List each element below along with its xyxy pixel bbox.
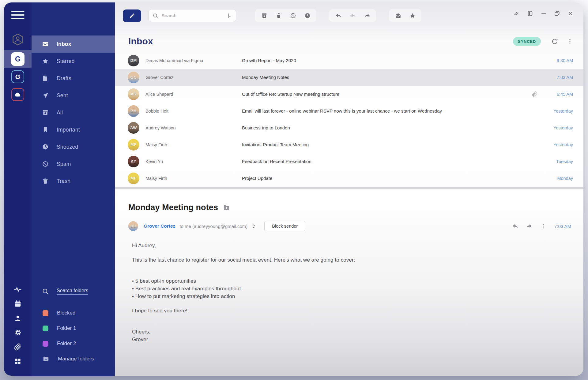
sidebar-item-snoozed[interactable]: Snoozed <box>32 138 115 155</box>
block-sender-button[interactable]: Block sender <box>264 221 305 231</box>
rail-pulse-button[interactable] <box>13 285 23 294</box>
refresh-button[interactable] <box>551 38 558 45</box>
archive-button[interactable] <box>257 10 271 21</box>
expand-details-button[interactable] <box>251 224 256 229</box>
rail-calendar-button[interactable] <box>13 299 23 308</box>
panel-button[interactable] <box>525 9 535 18</box>
email-row[interactable]: DMDimas Mohammad via FigmaGrowth Report … <box>115 52 583 69</box>
reply-button[interactable] <box>512 223 518 229</box>
menu-button[interactable] <box>11 10 24 20</box>
trash-icon <box>42 178 49 184</box>
trash-button[interactable] <box>271 10 286 21</box>
rail-paperclip-button[interactable] <box>13 342 23 352</box>
rail-user-button[interactable] <box>13 314 23 323</box>
reader-pane: Monday Meeting notes GC Grover Cortez to… <box>115 189 583 376</box>
sidebar-item-sent[interactable]: Sent <box>32 87 115 104</box>
openai-icon <box>14 329 22 337</box>
ban-button[interactable] <box>286 10 300 21</box>
sidebar-item-important[interactable]: Important <box>32 121 115 138</box>
forward-button[interactable] <box>360 10 374 21</box>
sidebar-item-label: All <box>57 110 63 116</box>
email-sender: Kevin Yu <box>145 159 242 164</box>
body-line: Cheers, <box>132 328 571 336</box>
body-line: • Best practicies and real examples thro… <box>132 285 571 292</box>
rail-grid-button[interactable] <box>13 357 23 366</box>
maximize-button[interactable] <box>552 9 562 18</box>
message-more-button[interactable] <box>540 223 546 229</box>
close-button[interactable] <box>566 9 575 18</box>
folder-plus-icon <box>223 204 230 211</box>
clock-icon <box>42 143 49 150</box>
maximize-icon <box>554 10 560 17</box>
inbox-icon <box>42 41 49 47</box>
sidebar-item-drafts[interactable]: Drafts <box>32 70 115 87</box>
reply-all-button <box>345 10 360 21</box>
manage-folders-button[interactable]: Manage folders <box>32 351 115 367</box>
account-google[interactable]: G <box>4 50 32 68</box>
folder-tag-folder-2[interactable]: Folder 2 <box>32 336 115 351</box>
body-line: Grover <box>132 336 571 343</box>
clock-button[interactable] <box>300 10 315 21</box>
move-to-folder-button[interactable] <box>223 204 230 211</box>
email-row[interactable]: AWAudrey WatsonBusiness trip to LondonYe… <box>115 119 583 136</box>
calendar-icon <box>14 300 22 308</box>
compose-button[interactable] <box>123 9 141 22</box>
email-sender: Alice Shepard <box>145 92 242 97</box>
account-google[interactable]: G <box>4 68 32 86</box>
email-row[interactable]: ASAlice ShepardOut of Office Re: Startup… <box>115 86 583 102</box>
star-icon <box>409 13 416 19</box>
list-more-button[interactable] <box>567 38 573 44</box>
search-input[interactable] <box>161 13 226 18</box>
email-sender: Maisy Firth <box>145 176 242 181</box>
folder-tag-blocked[interactable]: Blocked <box>32 305 115 321</box>
email-row[interactable]: GCGrover CortezMonday Meeting Notes7:03 … <box>115 69 583 86</box>
email-row[interactable]: MFMaisy FirthInvitation: Product Team Me… <box>115 136 583 153</box>
email-row[interactable]: MFMaisy FirthProject UpdateMonday <box>115 170 583 187</box>
body-line: Hi Audrey, <box>132 242 571 249</box>
pane-splitter[interactable] <box>115 187 583 189</box>
tag-swatch <box>43 326 48 331</box>
tag-label: Folder 2 <box>57 341 76 347</box>
avatar: AS <box>128 88 139 100</box>
reply-button[interactable] <box>331 10 345 21</box>
email-time: 6:45 AM <box>545 92 573 97</box>
attachment-icon <box>532 91 537 97</box>
search-folders-button[interactable]: Search folders <box>32 285 115 297</box>
rail-openai-button[interactable] <box>13 328 23 337</box>
sidebar-item-label: Inbox <box>57 41 71 47</box>
sidebar-item-trash[interactable]: Trash <box>32 173 115 190</box>
body-line <box>132 249 571 256</box>
email-row[interactable]: BHBobbie HoltEmail will last forever - o… <box>115 102 583 119</box>
folder-plus-icon <box>43 356 49 362</box>
mail-open-button[interactable] <box>391 10 405 21</box>
filter-sliders-icon[interactable] <box>226 13 232 19</box>
avatar: KY <box>128 156 139 167</box>
tag-label: Folder 1 <box>57 325 76 331</box>
sender-name[interactable]: Grover Cortez <box>144 223 175 229</box>
account-rail: GG <box>4 2 32 376</box>
folder-tag-folder-1[interactable]: Folder 1 <box>32 321 115 336</box>
reply-all-icon <box>350 13 356 19</box>
forward-button[interactable] <box>526 223 532 229</box>
email-subject: Business trip to London <box>242 125 532 130</box>
contacts-hex-button[interactable] <box>11 33 24 46</box>
file-icon <box>42 75 49 82</box>
email-subject: Monday Meeting Notes <box>242 75 532 80</box>
star-button[interactable] <box>405 10 420 21</box>
search-icon <box>42 288 49 295</box>
search-box <box>149 9 236 22</box>
sidebar-item-label: Sent <box>57 92 68 99</box>
account-cloud[interactable] <box>4 86 32 103</box>
sidebar-item-spam[interactable]: Spam <box>32 155 115 173</box>
sidebar-item-starred[interactable]: Starred <box>32 53 115 70</box>
minimize-button[interactable] <box>539 9 548 18</box>
hexagon-user-icon <box>11 33 24 46</box>
sidebar-item-inbox[interactable]: Inbox <box>32 35 115 53</box>
message-time: 7:03 AM <box>554 224 571 229</box>
check-double-button[interactable] <box>512 9 522 18</box>
email-subject: Growth Report - May 2020 <box>242 58 532 63</box>
sidebar-item-label: Trash <box>57 178 70 184</box>
email-row[interactable]: KYKevin YuFeedback on Recent Presentatio… <box>115 153 583 170</box>
email-time: 7:03 AM <box>545 75 573 80</box>
sidebar-item-all[interactable]: All <box>32 104 115 121</box>
